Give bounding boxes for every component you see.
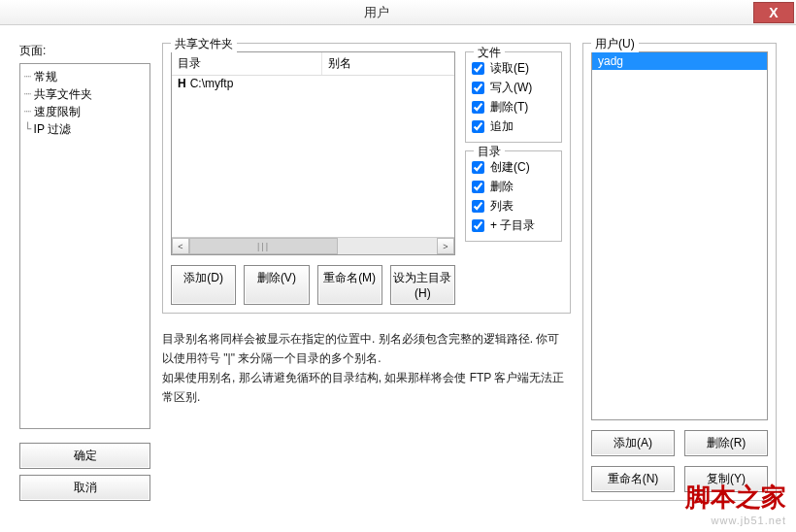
window-titlebar: 用户 X xyxy=(0,0,796,25)
window-close-button[interactable]: X xyxy=(753,2,794,23)
dir-path: C:\myftp xyxy=(190,77,234,90)
file-perm-legend: 文件 xyxy=(474,45,505,61)
perm-dir-sub[interactable]: + 子目录 xyxy=(472,216,555,235)
dir-rename-button[interactable]: 重命名(M) xyxy=(317,265,382,305)
col-header-dir[interactable]: 目录 xyxy=(172,52,322,75)
watermark: 脚本之家 www.jb51.net xyxy=(685,481,786,526)
perm-file-read[interactable]: 读取(E) xyxy=(472,58,555,78)
scroll-track[interactable]: ||| xyxy=(189,238,437,254)
dir-sethome-button[interactable]: 设为主目录(H) xyxy=(390,265,455,305)
page-label: 页面: xyxy=(19,43,150,59)
dir-permissions-fieldset: 目录 创建(C) 删除 列表 + 子目录 xyxy=(465,150,562,242)
page-tree[interactable]: ┈ 常规 ┈ 共享文件夹 ┈ 速度限制 └ IP 过滤 xyxy=(19,63,150,429)
perm-file-write[interactable]: 写入(W) xyxy=(472,78,555,97)
tree-item-shared[interactable]: ┈ 共享文件夹 xyxy=(22,85,148,103)
tree-item-ipfilter[interactable]: └ IP 过滤 xyxy=(22,120,148,138)
users-legend: 用户(U) xyxy=(591,36,639,52)
shared-legend: 共享文件夹 xyxy=(171,36,237,52)
list-item[interactable]: yadg xyxy=(592,52,767,70)
user-rename-button[interactable]: 重命名(N) xyxy=(591,466,675,492)
scroll-right-icon[interactable]: > xyxy=(437,238,454,254)
h-scrollbar[interactable]: < ||| > xyxy=(172,237,454,254)
perm-dir-create[interactable]: 创建(C) xyxy=(472,157,555,177)
shared-fieldset: 共享文件夹 目录 别名 HC:\myftp xyxy=(162,43,571,314)
scroll-thumb[interactable]: ||| xyxy=(189,238,338,254)
perm-dir-list[interactable]: 列表 xyxy=(472,196,555,216)
tree-item-speed[interactable]: ┈ 速度限制 xyxy=(22,103,148,120)
directory-table[interactable]: 目录 别名 HC:\myftp < ||| xyxy=(171,51,455,255)
ok-button[interactable]: 确定 xyxy=(19,443,150,469)
tree-item-general[interactable]: ┈ 常规 xyxy=(22,68,148,85)
dir-perm-legend: 目录 xyxy=(474,144,505,160)
cancel-button[interactable]: 取消 xyxy=(19,475,150,501)
file-permissions-fieldset: 文件 读取(E) 写入(W) 删除(T) 追加 xyxy=(465,51,562,143)
user-list[interactable]: yadg xyxy=(591,51,768,420)
perm-file-delete[interactable]: 删除(T) xyxy=(472,97,555,116)
scroll-left-icon[interactable]: < xyxy=(172,238,189,254)
dir-delete-button[interactable]: 删除(V) xyxy=(244,265,309,305)
user-add-button[interactable]: 添加(A) xyxy=(591,430,675,456)
users-fieldset: 用户(U) yadg 添加(A) 删除(R) 重命名(N) 复制(Y) xyxy=(582,43,777,501)
perm-file-append[interactable]: 追加 xyxy=(472,116,555,136)
hint-text: 目录别名将同样会被显示在指定的位置中. 别名必须包含完整的逻辑路径. 你可以使用… xyxy=(162,329,571,407)
table-row[interactable]: HC:\myftp xyxy=(172,76,454,91)
perm-dir-delete[interactable]: 删除 xyxy=(472,177,555,196)
user-delete-button[interactable]: 删除(R) xyxy=(684,430,768,456)
col-header-alias[interactable]: 别名 xyxy=(322,52,454,75)
window-title: 用户 xyxy=(0,4,753,21)
dir-add-button[interactable]: 添加(D) xyxy=(171,265,236,305)
